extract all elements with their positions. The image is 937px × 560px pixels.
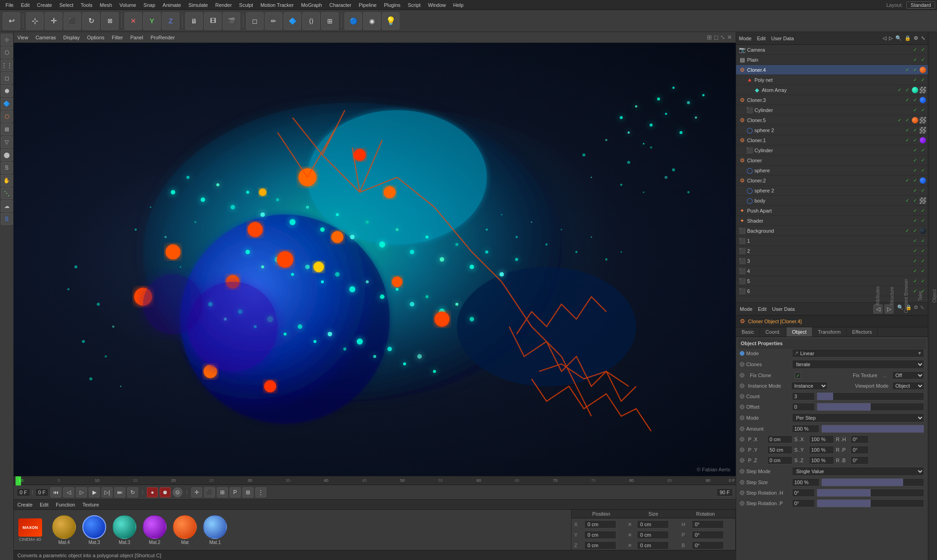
left-tool-8[interactable]: ⊠ [1, 123, 13, 135]
obj-item-5[interactable]: ⬛5 ✓✓ [736, 276, 928, 286]
auto-key[interactable]: ⏺ [160, 487, 171, 497]
sy-input[interactable] [809, 446, 834, 454]
steph-dot[interactable] [740, 491, 744, 495]
stepsize-input[interactable] [792, 478, 819, 486]
goto-end[interactable]: ⏭ [114, 487, 125, 497]
rs-take[interactable]: Take [918, 291, 923, 301]
rh-input[interactable] [851, 435, 869, 443]
vp-panel[interactable]: Panel [130, 35, 143, 40]
size-y[interactable] [637, 531, 669, 539]
rot-b[interactable] [692, 541, 724, 549]
vp-options[interactable]: Options [87, 35, 104, 40]
steph-input[interactable] [792, 489, 815, 497]
obj-item-sphere2a[interactable]: ◯ sphere 2 ✓ ✓ [736, 125, 928, 135]
instancemode-select[interactable]: Instance [791, 382, 828, 390]
obj-item-3[interactable]: ⬛3 ✓✓ [736, 256, 928, 266]
obj-item-cloner1[interactable]: ⚙ Cloner.1 ✓ ✓ [736, 135, 928, 145]
menu-motion-tracker[interactable]: Motion Tracker [257, 2, 297, 8]
add-keyframe[interactable]: ✛ [191, 487, 202, 497]
left-tool-15[interactable]: S [1, 213, 13, 225]
obj-item-sphere[interactable]: ◯ sphere ✓ ✓ [736, 165, 928, 176]
x-axis[interactable]: ✕ [124, 12, 142, 30]
play-button[interactable]: ▷ [76, 487, 87, 497]
key-all[interactable]: ⊞ [217, 487, 228, 497]
rs-attributes[interactable]: Attributes [875, 286, 880, 305]
start-frame-field[interactable]: 0 F [35, 488, 49, 496]
clones-value[interactable]: Iterate [792, 360, 924, 369]
current-frame[interactable]: 0 F [16, 488, 30, 496]
pos-y[interactable] [584, 531, 616, 539]
mat-create[interactable]: Create [17, 502, 32, 507]
obj-mode-btn[interactable]: Mode [739, 36, 752, 41]
offset-slider[interactable] [817, 403, 924, 411]
tab-basic[interactable]: Basic [736, 327, 760, 336]
vp-display[interactable]: Display [63, 35, 80, 40]
obj-item-pushapart[interactable]: ✦ Push Apart ✓ ✓ [736, 206, 928, 216]
attr-nav-left[interactable]: ◁ [873, 304, 883, 314]
stepmode-dot[interactable] [740, 469, 744, 474]
py-input[interactable] [767, 446, 792, 454]
tab-effectors[interactable]: Effectors [846, 327, 878, 336]
lock-icon[interactable]: 🔒 [905, 35, 911, 41]
left-tool-13[interactable]: ⋱ [1, 187, 13, 199]
obj-item-atomarray[interactable]: ◆ Atom Array ✓ ✓ [736, 85, 928, 95]
left-tool-5[interactable]: ⬢ [1, 85, 13, 97]
obj-item-plain[interactable]: ▤ Plain ✓ ✓ [736, 55, 928, 65]
rb-input[interactable] [851, 456, 869, 464]
parametric-icon[interactable]: ◉ [363, 12, 381, 30]
scale-tool[interactable]: ⬛ [64, 12, 81, 30]
uv-mode[interactable]: ⟨⟩ [302, 12, 320, 30]
vp-cameras[interactable]: Cameras [36, 35, 56, 40]
obj-item-4[interactable]: ⬛4 ✓✓ [736, 266, 928, 276]
left-tool-4[interactable]: ◻ [1, 72, 13, 84]
sz-input[interactable] [809, 456, 834, 464]
mat-texture[interactable]: Texture [82, 502, 99, 507]
rs-content-browser[interactable]: Content Browser [904, 279, 909, 313]
rs-structure[interactable]: Structure [889, 287, 894, 305]
play-forward[interactable]: ▶ [89, 487, 100, 497]
pz-dot[interactable] [740, 458, 744, 463]
size-z[interactable] [637, 541, 669, 549]
nav-left-icon[interactable]: ◁ [883, 35, 886, 41]
polygon-mode[interactable]: 🔷 [284, 12, 301, 30]
timeline-layout[interactable]: ⊞ [242, 487, 253, 497]
attr-edit-btn[interactable]: Edit [758, 306, 767, 312]
offset-dot[interactable] [740, 405, 744, 409]
transform-tool[interactable]: ⊠ [101, 12, 118, 30]
obj-item-shader[interactable]: ✦ Shader ✓ ✓ [736, 216, 928, 226]
left-tool-9[interactable]: ▽ [1, 136, 13, 148]
record-button[interactable]: ● [147, 487, 158, 497]
stepmode-select[interactable]: Single Value [792, 467, 924, 476]
pz-input[interactable] [767, 456, 792, 464]
left-tool-12[interactable]: ✋ [1, 175, 13, 187]
obj-item-1[interactable]: ⬛1 ✓✓ [736, 236, 928, 246]
obj-item-camera[interactable]: 📷 Camera ✓ ✓ [736, 45, 928, 55]
edges-mode[interactable]: ✏ [265, 12, 282, 30]
snap-enable[interactable]: 🔵 [345, 12, 362, 30]
px-input[interactable] [767, 435, 792, 443]
menu-create[interactable]: Create [33, 2, 56, 8]
menu-sculpt[interactable]: Sculpt [236, 2, 257, 8]
end-frame-field[interactable]: 90 F [716, 488, 733, 496]
obj-item-cylinder1[interactable]: ⬛ Cylinder ✓ ✓ [736, 105, 928, 115]
key-options[interactable]: ⊙ [172, 487, 183, 497]
menu-character[interactable]: Character [326, 2, 355, 8]
menu-tools[interactable]: Tools [77, 2, 96, 8]
material-item-4[interactable]: Mat [173, 515, 197, 545]
nav-right-icon[interactable]: ▷ [889, 35, 893, 41]
vp-prorender[interactable]: ProRender [151, 35, 175, 40]
menu-animate[interactable]: Animate [159, 2, 184, 8]
mode2-value[interactable]: Per Step [792, 413, 924, 422]
left-tool-10[interactable]: ⬤ [1, 149, 13, 161]
rotate-tool[interactable]: ↻ [82, 12, 100, 30]
key-selection[interactable]: P [230, 487, 241, 497]
prev-frame[interactable]: ◁ [63, 487, 74, 497]
stepsize-slider[interactable] [821, 478, 924, 486]
menu-file[interactable]: File [2, 2, 17, 8]
pos-z[interactable] [584, 541, 616, 549]
vp-filter[interactable]: Filter [112, 35, 123, 40]
expand-icon[interactable]: ⤡ [921, 35, 925, 41]
tab-transform[interactable]: Transform [813, 327, 847, 336]
vp-view[interactable]: View [17, 35, 28, 40]
mode-value[interactable]: ↗ Linear ▼ [792, 349, 924, 357]
